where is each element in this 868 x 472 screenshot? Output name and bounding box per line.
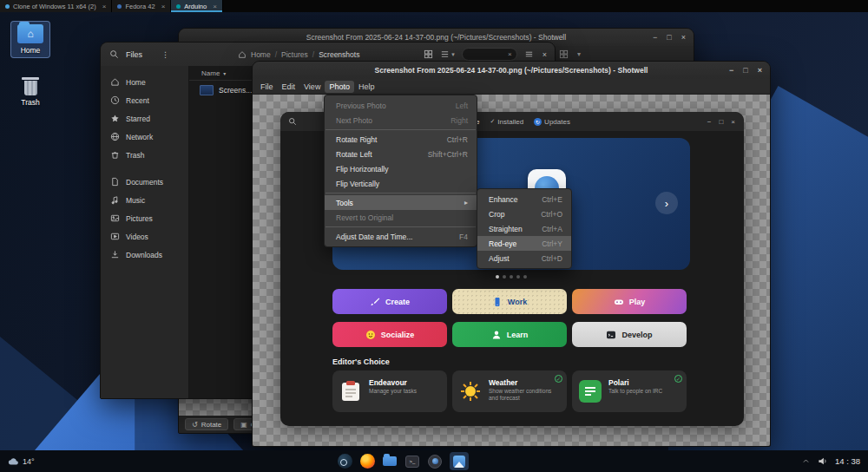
breadcrumb-screenshots[interactable]: Screenshots: [319, 50, 359, 59]
menu-item-enhance[interactable]: EnhanceCtrl+E: [477, 192, 571, 206]
tab-arduino[interactable]: Arduino ×: [171, 0, 223, 12]
files-sidebar: Home Recent Starred Network Trash Docume…: [101, 66, 189, 398]
sidebar-item-network[interactable]: Network: [101, 128, 188, 146]
app-card-endeavour: Endeavour Manage your tasks: [332, 370, 447, 412]
menu-item-next-photo: Next PhotoRight: [325, 113, 477, 128]
app-title: Files: [126, 50, 142, 59]
tab-favicon: [176, 4, 181, 9]
menu-edit[interactable]: Edit: [278, 81, 300, 93]
hamburger-menu-icon[interactable]: [524, 49, 534, 59]
search-clear-icon[interactable]: ×: [508, 50, 512, 58]
close-button[interactable]: ×: [542, 50, 547, 59]
close-icon: ×: [731, 118, 735, 126]
desktop-icon-home[interactable]: ⌂ Home: [10, 21, 50, 58]
document-icon: [110, 177, 120, 187]
breadcrumb-pictures[interactable]: Pictures: [281, 50, 308, 59]
menu-help[interactable]: Help: [354, 81, 379, 93]
view-grid-icon[interactable]: [424, 49, 433, 59]
menu-item-rotate-left[interactable]: Rotate LeftShift+Ctrl+R: [325, 147, 477, 161]
files-app-icon[interactable]: [382, 454, 398, 469]
view-grid-icon[interactable]: [559, 49, 569, 59]
clock-icon: [110, 95, 120, 105]
crop-icon: ▣: [240, 421, 247, 429]
menu-view[interactable]: View: [299, 81, 325, 93]
system-tray: 14 : 38: [802, 456, 860, 466]
menu-item-red-eye[interactable]: Red-eyeCtrl+Y: [477, 236, 571, 251]
sort-caret-icon[interactable]: ▾: [577, 50, 581, 58]
terminal-icon: [606, 330, 616, 340]
menu-item-straighten[interactable]: StraightenCtrl+A: [477, 221, 571, 236]
category-socialize: Socialize: [332, 322, 447, 347]
maximize-button[interactable]: □: [667, 33, 671, 42]
kebab-menu-icon[interactable]: ⋮: [161, 50, 169, 59]
chevron-right-icon: ›: [655, 192, 678, 214]
sidebar-item-documents[interactable]: Documents: [101, 173, 188, 191]
menu-bar: File Edit View Photo Help: [253, 79, 770, 95]
tab-close-icon[interactable]: ×: [102, 3, 107, 10]
sidebar-item-downloads[interactable]: Downloads: [101, 246, 188, 264]
menu-item-adjust[interactable]: AdjustCtrl+D: [477, 251, 571, 266]
weather-widget[interactable]: 14°: [8, 457, 35, 466]
sidebar-item-music[interactable]: Music: [101, 191, 188, 209]
sidebar-item-starred[interactable]: Starred: [101, 109, 188, 128]
window-title: Screenshot From 2025-06-24 14-37-00.png …: [375, 66, 648, 75]
menu-item-flip-horizontally[interactable]: Flip Horizontally: [325, 161, 477, 176]
menu-item-crop[interactable]: CropCtrl+O: [477, 206, 571, 221]
sidebar-item-videos[interactable]: Videos: [101, 227, 188, 246]
minimize-button[interactable]: −: [729, 66, 733, 75]
trash-icon: [110, 150, 120, 160]
taskbar: 14° >_ 14 : 38: [0, 450, 868, 472]
terminal-app-icon[interactable]: >_: [404, 454, 420, 469]
sidebar-item-pictures[interactable]: Pictures: [101, 209, 188, 227]
file-thumbnail: [200, 85, 214, 95]
submenu-arrow-icon: ▸: [464, 199, 468, 206]
search-input[interactable]: ×: [462, 48, 517, 61]
sun-icon: [459, 380, 482, 403]
installed-check-icon: ✓: [674, 375, 682, 383]
firefox-icon[interactable]: [359, 454, 375, 469]
refresh-icon: ↻: [534, 118, 542, 126]
tab-fedora[interactable]: Fedora 42 ×: [112, 0, 171, 12]
menu-item-tools[interactable]: Tools ▸: [325, 195, 477, 210]
tab-label: Fedora 42: [125, 3, 155, 10]
rotate-button[interactable]: ↺ Rotate: [185, 418, 228, 430]
tab-favicon: [5, 4, 10, 9]
menu-item-flip-vertically[interactable]: Flip Vertically: [325, 176, 477, 191]
view-options-button[interactable]: ▾: [440, 49, 455, 59]
shotwell-taskbar-icon[interactable]: [450, 452, 469, 470]
minimize-icon: −: [707, 118, 712, 126]
menu-photo[interactable]: Photo: [325, 81, 354, 93]
camera-app-icon[interactable]: [427, 454, 443, 469]
desktop-icon-label: Trash: [21, 98, 39, 107]
clock[interactable]: 14 : 38: [835, 456, 860, 466]
close-button[interactable]: ×: [758, 66, 762, 75]
home-folder-icon: ⌂: [17, 24, 43, 43]
search-icon[interactable]: [109, 49, 119, 59]
menu-item-revert-to-original: Revert to Original: [325, 210, 477, 225]
person-icon: [491, 330, 502, 340]
close-button[interactable]: ×: [681, 33, 686, 42]
shotwell-titlebar[interactable]: Screenshot From 2025-06-24 14-37-00.png …: [253, 62, 770, 79]
desktop-icon-label: Home: [21, 46, 41, 55]
volume-icon[interactable]: [818, 456, 827, 466]
menu-file[interactable]: File: [256, 81, 278, 93]
menu-item-adjust-date-time[interactable]: Adjust Date and Time...F4: [325, 229, 477, 244]
chevron-up-icon[interactable]: [802, 457, 810, 465]
caret-down-icon: ▾: [451, 51, 455, 58]
cloud-icon: [8, 457, 18, 466]
maximize-button[interactable]: □: [743, 66, 747, 75]
trash-icon: [22, 77, 39, 95]
tab-clone-windows[interactable]: Clone of Windows 11 x64 (2) ×: [0, 0, 112, 12]
menu-item-rotate-right[interactable]: Rotate RightCtrl+R: [325, 132, 477, 147]
minimize-button[interactable]: −: [653, 33, 657, 42]
tab-close-icon[interactable]: ×: [213, 3, 217, 10]
sidebar-item-trash[interactable]: Trash: [101, 146, 188, 164]
breadcrumb-home[interactable]: Home: [251, 50, 271, 59]
star-icon: [110, 114, 120, 123]
music-note-icon: [110, 195, 120, 205]
steam-icon[interactable]: [337, 454, 352, 469]
sidebar-item-home[interactable]: Home: [101, 73, 188, 91]
sidebar-item-recent[interactable]: Recent: [101, 91, 188, 109]
tab-close-icon[interactable]: ×: [161, 3, 166, 10]
desktop-icon-trash[interactable]: Trash: [10, 75, 50, 109]
